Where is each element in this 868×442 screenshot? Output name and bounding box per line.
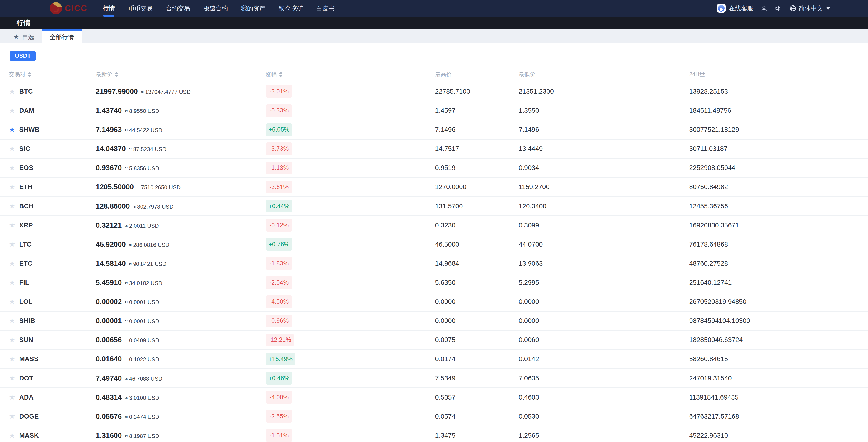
low-price: 7.0635 (519, 375, 689, 382)
approx-fiat-value: ≈ 87.5234 USD (128, 146, 166, 152)
pair-cell: ★ SHIB (9, 317, 96, 325)
favorite-star-icon[interactable]: ★ (9, 183, 15, 191)
market-row[interactable]: ★ SUN 0.00656 ≈ 0.0409 USD -12.21% 0.007… (0, 331, 868, 350)
pair-symbol: SHWB (19, 126, 39, 134)
favorite-star-icon[interactable]: ★ (9, 241, 15, 248)
change-badge: -12.21% (266, 333, 294, 346)
pair-symbol: EOS (19, 164, 33, 172)
market-row[interactable]: ★ FIL 5.45910 ≈ 34.0102 USD -2.54% 5.635… (0, 273, 868, 292)
nav-item-合约交易[interactable]: 合约交易 (166, 0, 190, 17)
last-price: 0.05576 (96, 412, 122, 421)
market-row[interactable]: ★ MASS 0.01640 ≈ 0.1022 USD +15.49% 0.01… (0, 350, 868, 369)
change-badge: -1.83% (266, 257, 292, 270)
favorite-star-icon[interactable]: ★ (9, 432, 15, 439)
favorite-star-icon[interactable]: ★ (9, 336, 15, 344)
pair-symbol: DAM (19, 107, 34, 114)
low-price: 0.9034 (519, 164, 689, 172)
favorite-star-icon[interactable]: ★ (9, 88, 15, 95)
column-header[interactable]: 最高价 (435, 71, 519, 78)
favorite-star-icon[interactable]: ★ (9, 164, 15, 172)
favorite-star-icon[interactable]: ★ (9, 375, 15, 382)
market-row[interactable]: ★ EOS 0.93670 ≈ 5.8356 USD -1.13% 0.9519… (0, 158, 868, 178)
market-tabs: ★ 自选 全部行情 (0, 29, 868, 43)
low-price: 0.0000 (519, 317, 689, 325)
high-price: 0.0000 (435, 298, 519, 305)
change-badge: +15.49% (266, 353, 296, 365)
market-row[interactable]: ★ DOT 7.49740 ≈ 46.7088 USD +0.46% 7.534… (0, 369, 868, 388)
low-price: 21351.2300 (519, 88, 689, 95)
brand[interactable]: CICC (50, 2, 87, 14)
tab-all-markets[interactable]: 全部行情 (42, 29, 82, 43)
high-price: 0.0075 (435, 336, 519, 344)
tab-favorites[interactable]: ★ 自选 (5, 29, 42, 43)
favorite-star-icon[interactable]: ★ (9, 260, 15, 267)
change-cell: +6.05% (266, 123, 435, 136)
market-row[interactable]: ★ SIC 14.04870 ≈ 87.5234 USD -3.73% 14.7… (0, 140, 868, 158)
favorite-star-icon[interactable]: ★ (9, 126, 15, 134)
user-account-button[interactable] (761, 5, 768, 12)
market-row[interactable]: ★ BTC 21997.99000 ≈ 137047.4777 USD -3.0… (0, 82, 868, 101)
announcement-button[interactable] (775, 5, 782, 12)
market-row[interactable]: ★ SHIB 0.00001 ≈ 0.0001 USD -0.96% 0.000… (0, 312, 868, 331)
pair-symbol: ETH (19, 183, 32, 191)
nav-item-锁仓挖矿[interactable]: 锁仓挖矿 (279, 0, 303, 17)
market-row[interactable]: ★ ETH 1205.50000 ≈ 7510.2650 USD -3.61% … (0, 178, 868, 197)
nav-item-行情[interactable]: 行情 (103, 0, 115, 17)
pair-cell: ★ FIL (9, 279, 96, 286)
column-header[interactable]: 涨幅 (266, 71, 435, 78)
favorite-star-icon[interactable]: ★ (9, 107, 15, 114)
pair-symbol: SIC (19, 145, 30, 152)
favorite-star-icon[interactable]: ★ (9, 279, 15, 286)
nav-item-label: 锁仓挖矿 (279, 4, 303, 12)
change-cell: -0.33% (266, 104, 435, 117)
nav-item-我的资产[interactable]: 我的资产 (241, 0, 266, 17)
approx-fiat-value: ≈ 0.1022 USD (125, 356, 159, 363)
favorite-star-icon[interactable]: ★ (9, 317, 15, 325)
language-selector[interactable]: 简体中文 (789, 4, 830, 12)
favorite-star-icon[interactable]: ★ (9, 145, 15, 152)
column-header-label: 24H量 (689, 71, 705, 78)
approx-fiat-value: ≈ 46.7088 USD (125, 376, 162, 382)
nav-item-极速合约[interactable]: 极速合约 (204, 0, 228, 17)
column-header[interactable]: 交易对 (9, 71, 96, 78)
pair-cell: ★ DOGE (9, 413, 96, 420)
market-row[interactable]: ★ MASK 1.31600 ≈ 8.1987 USD -1.51% 1.347… (0, 426, 868, 442)
change-badge: +0.76% (266, 238, 292, 251)
low-price: 0.4603 (519, 393, 689, 401)
favorite-star-icon[interactable]: ★ (9, 355, 15, 363)
market-row[interactable]: ★ ETC 14.58140 ≈ 90.8421 USD -1.83% 14.9… (0, 254, 868, 273)
nav-item-label: 币币交易 (128, 4, 153, 12)
favorite-star-icon[interactable]: ★ (9, 393, 15, 401)
market-row[interactable]: ★ SHWB 7.14963 ≈ 44.5422 USD +6.05% 7.14… (0, 120, 868, 140)
market-row[interactable]: ★ LOL 0.00002 ≈ 0.0001 USD -4.50% 0.0000… (0, 292, 868, 312)
column-header[interactable]: 最低价 (519, 71, 689, 78)
last-price: 45.92000 (96, 240, 126, 248)
favorite-star-icon[interactable]: ★ (9, 413, 15, 420)
column-header[interactable]: 24H量 (689, 71, 859, 78)
market-row[interactable]: ★ DOGE 0.05576 ≈ 0.3474 USD -2.55% 0.057… (0, 407, 868, 426)
market-row[interactable]: ★ XRP 0.32121 ≈ 2.0011 USD -0.12% 0.3230… (0, 216, 868, 235)
favorite-star-icon[interactable]: ★ (9, 298, 15, 305)
nav-item-币币交易[interactable]: 币币交易 (128, 0, 153, 17)
user-icon (761, 5, 768, 12)
online-support-button[interactable]: 在线客服 (717, 4, 753, 13)
low-price: 1159.2700 (519, 183, 689, 191)
change-badge: -1.13% (266, 161, 292, 174)
favorite-star-icon[interactable]: ★ (9, 203, 15, 210)
high-price: 22785.7100 (435, 88, 519, 95)
market-row[interactable]: ★ BCH 128.86000 ≈ 802.7978 USD +0.44% 13… (0, 197, 868, 216)
market-row[interactable]: ★ DAM 1.43740 ≈ 8.9550 USD -0.33% 1.4597… (0, 101, 868, 120)
column-header[interactable]: 最新价 (96, 71, 266, 78)
high-price: 1270.0000 (435, 183, 519, 191)
usdt-filter-button[interactable]: USDT (10, 51, 36, 61)
last-price: 0.00656 (96, 336, 122, 344)
market-content: USDT 交易对 最新价 涨幅 最高价 最低价 24H量 ★ BTC 21997… (0, 43, 868, 442)
favorite-star-icon[interactable]: ★ (9, 222, 15, 229)
nav-item-白皮书[interactable]: 白皮书 (316, 0, 335, 17)
last-price-cell: 0.00001 ≈ 0.0001 USD (96, 317, 266, 325)
customer-service-avatar-icon (717, 4, 726, 13)
market-row[interactable]: ★ ADA 0.48314 ≈ 3.0100 USD -4.00% 0.5057… (0, 388, 868, 407)
high-price: 0.0574 (435, 413, 519, 420)
market-row[interactable]: ★ LTC 45.92000 ≈ 286.0816 USD +0.76% 46.… (0, 235, 868, 254)
high-price: 14.7517 (435, 145, 519, 152)
